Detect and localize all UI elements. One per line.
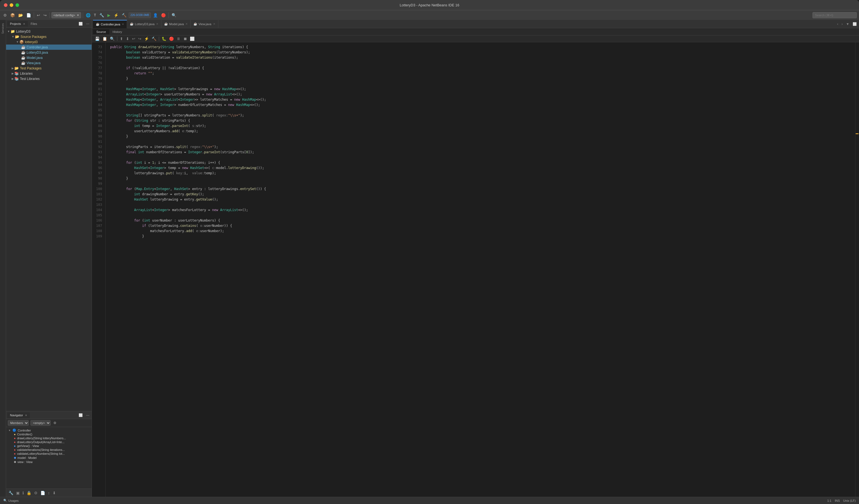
- panel-restore-icon[interactable]: ⬜: [77, 21, 84, 26]
- btm-btn-sort[interactable]: ↕: [47, 490, 51, 495]
- tree-item-source-packages[interactable]: ▼ 📂 Source Packages: [6, 34, 92, 39]
- toolbar-icon-1[interactable]: ⚙: [2, 13, 8, 18]
- nav-item-draw-lottery-output[interactable]: ● drawLotteryOutput(ArrayList<Inte...: [6, 440, 92, 444]
- tree-item-test-packages[interactable]: ▶ 📂 Test Packages: [6, 65, 92, 71]
- expand-arrow[interactable]: ▶: [12, 72, 14, 75]
- run-text-icon[interactable]: T: [93, 13, 97, 18]
- ed-btn-12[interactable]: ⏹: [182, 36, 188, 41]
- editor-tab-model[interactable]: ☕ Model.java ✕: [161, 20, 191, 28]
- ed-btn-10[interactable]: 🔴: [168, 36, 175, 41]
- nav-config-icon[interactable]: ⚙: [52, 421, 58, 425]
- expand-arrow[interactable]: ▼: [16, 41, 19, 43]
- btm-btn-1[interactable]: 🔧: [8, 490, 14, 495]
- toolbar-icon-3[interactable]: 📂: [17, 13, 24, 18]
- toolbar-separator-1: [34, 13, 34, 18]
- btm-btn-4[interactable]: 🔒: [26, 490, 32, 495]
- play-icon[interactable]: ▶: [106, 13, 111, 18]
- tab-list-icon[interactable]: ▼: [845, 21, 850, 27]
- btm-btn-5[interactable]: ⚙: [33, 490, 39, 495]
- tree-item-test-libraries[interactable]: ▶ 📚 Test Libraries: [6, 76, 92, 81]
- btm-btn-2[interactable]: ▣: [15, 490, 20, 495]
- source-tab-history[interactable]: History: [109, 29, 125, 34]
- nav-item-field-model[interactable]: ◆ model : Model: [6, 456, 92, 460]
- source-tab-source[interactable]: Source: [93, 29, 109, 34]
- tab-close-model[interactable]: ✕: [185, 22, 187, 26]
- maximize-button[interactable]: [15, 3, 19, 7]
- tab-close-view[interactable]: ✕: [213, 22, 215, 26]
- nav-item-validate-iterations[interactable]: ● validateIterations(String iterations..…: [6, 448, 92, 452]
- toolbar-icon-6[interactable]: ⚡: [112, 13, 120, 18]
- nav-close-icon[interactable]: —: [85, 413, 90, 418]
- btm-btn-6[interactable]: 📄: [40, 490, 46, 495]
- tree-item-view-java[interactable]: ☕ View.java: [6, 60, 92, 65]
- nav-item-validate-lottery[interactable]: ● validateLotteryNumbers(String lot...: [6, 452, 92, 456]
- expand-arrow[interactable]: ▼: [7, 30, 10, 33]
- tree-item-controller[interactable]: ☕ Controller.java: [6, 45, 92, 50]
- ed-btn-9[interactable]: 🔨: [151, 36, 157, 41]
- ed-btn-2[interactable]: 📋: [102, 36, 108, 41]
- editor-tab-controller[interactable]: ☕ Controller.java ✕: [93, 20, 127, 28]
- tree-item-lotteryd3-pkg[interactable]: ▼ 📦 lotteryd3: [6, 39, 92, 45]
- search-input[interactable]: [813, 12, 857, 18]
- nav-item-draw-lottery[interactable]: ● drawLottery(String lotteryNumbers...: [6, 436, 92, 440]
- editor-tab-lotteryd3[interactable]: ☕ LotteryD3.java ✕: [127, 20, 161, 28]
- nav-item-controller-root[interactable]: ▼ 🔵 Controller: [6, 428, 92, 432]
- tab-projects-close[interactable]: ✕: [23, 22, 25, 26]
- services-label[interactable]: Services: [1, 22, 5, 35]
- tab-close-controller[interactable]: ✕: [122, 23, 124, 26]
- profile-icon[interactable]: 👤: [152, 13, 159, 18]
- ed-btn-5[interactable]: ⬇: [125, 36, 130, 41]
- toolbar-icon-5[interactable]: 🔧: [98, 13, 105, 18]
- globe-icon[interactable]: 🌐: [85, 13, 92, 18]
- ed-btn-debug[interactable]: 🐛: [161, 36, 167, 41]
- search-icon[interactable]: 🔍: [170, 13, 177, 18]
- btm-btn-3[interactable]: ℹ: [21, 490, 25, 495]
- tab-prev-icon[interactable]: ‹: [836, 21, 839, 27]
- members-select[interactable]: Members: [8, 420, 29, 426]
- ed-btn-7[interactable]: ↪: [137, 36, 142, 41]
- editor-tab-view[interactable]: ☕ View.java ✕: [191, 20, 218, 28]
- ed-btn-3[interactable]: 🔍: [109, 36, 116, 41]
- code-container: 73 74 75 76 77 78 79 80 81 82 83 84 85 8…: [92, 42, 859, 497]
- ed-btn-4[interactable]: ⬆: [119, 36, 124, 41]
- config-dropdown[interactable]: <default config> ▼: [51, 12, 81, 18]
- redo-icon[interactable]: ↪: [42, 13, 48, 18]
- tab-files[interactable]: Files: [28, 21, 40, 27]
- ed-btn-1[interactable]: 💾: [94, 36, 101, 41]
- tab-next-icon[interactable]: ›: [841, 21, 844, 27]
- tab-navigator[interactable]: Navigator ✕: [7, 412, 30, 418]
- nav-restore-icon[interactable]: ⬜: [77, 413, 84, 418]
- panel-close-icon[interactable]: —: [85, 21, 90, 26]
- toolbar-icon-2[interactable]: 📦: [9, 13, 16, 18]
- tree-item-lotteryd3-java[interactable]: ☕ LotteryD3.java: [6, 50, 92, 55]
- ed-btn-expand[interactable]: ⬜: [189, 36, 195, 41]
- tree-item-libraries[interactable]: ▶ 📚 Libraries: [6, 71, 92, 76]
- empty-select[interactable]: <empty>: [30, 420, 51, 426]
- minimize-button[interactable]: [10, 3, 13, 7]
- tab-projects[interactable]: Projects ✕: [7, 21, 28, 27]
- btm-btn-filter[interactable]: ⬇: [52, 490, 57, 495]
- ed-btn-11[interactable]: ⏸: [176, 36, 181, 41]
- close-button[interactable]: [4, 3, 7, 7]
- expand-arrow[interactable]: ▶: [12, 67, 14, 70]
- expand-arrow[interactable]: ▶: [12, 77, 14, 80]
- tree-item-lotteryd3[interactable]: ▼ 📁 LotteryD3: [6, 29, 92, 34]
- toolbar-icon-7[interactable]: 🔨: [121, 13, 127, 18]
- tree-item-model-java[interactable]: ☕ Model.java: [6, 55, 92, 60]
- tab-close-lotteryd3[interactable]: ✕: [156, 22, 158, 26]
- nav-item-get-view[interactable]: ● getView() : View: [6, 444, 92, 448]
- memory-indicator[interactable]: 226.0/338.0MB: [129, 13, 151, 18]
- tab-maximize-icon[interactable]: ⬜: [852, 21, 858, 27]
- nav-tab-close[interactable]: ✕: [25, 414, 27, 417]
- ed-btn-8[interactable]: ⚡: [144, 36, 150, 41]
- undo-icon[interactable]: ↩: [36, 13, 41, 18]
- toolbar-icon-4[interactable]: 📄: [25, 13, 32, 18]
- code-editor[interactable]: public String drawLottery(String lottery…: [106, 42, 855, 497]
- expand-arrow[interactable]: ▼: [12, 35, 14, 38]
- usages-button[interactable]: 🔍 Usages: [3, 499, 18, 502]
- nav-item-field-view[interactable]: ◆ view : View: [6, 460, 92, 464]
- nav-item-constructor[interactable]: ● Controller(): [6, 432, 92, 436]
- expand-arrow[interactable]: ▼: [8, 429, 11, 432]
- ed-btn-6[interactable]: ↩: [131, 36, 136, 41]
- toolbar-icon-8[interactable]: 🔴: [160, 13, 167, 18]
